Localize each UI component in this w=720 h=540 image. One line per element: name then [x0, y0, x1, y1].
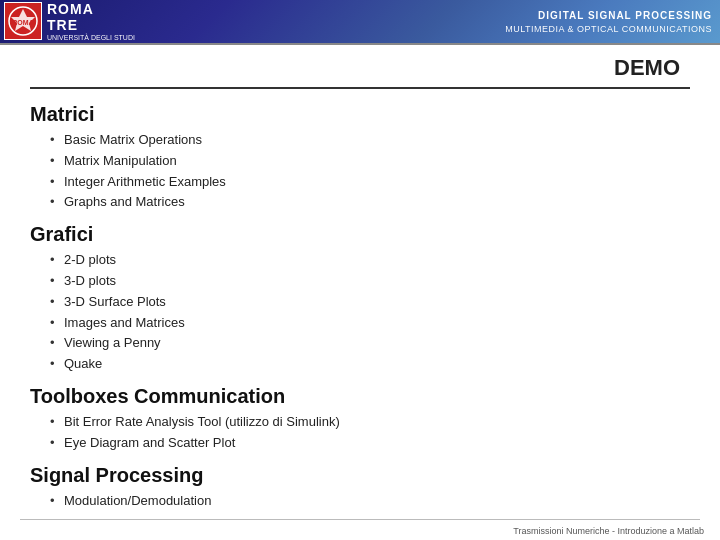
logo-tre: TRE: [47, 17, 135, 34]
logo-emblem: ROMA: [4, 2, 42, 40]
list-item: 3-D plots: [50, 271, 690, 292]
list-item: 2-D plots: [50, 250, 690, 271]
dsp-line2: MULTIMEDIA & OPTICAL COMMUNICATIONS: [505, 22, 712, 35]
list-item: Images and Matrices: [50, 313, 690, 334]
dsp-line1: DIGITAL SIGNAL PROCESSING: [505, 8, 712, 22]
footer-text: Trasmissioni Numeriche - Introduzione a …: [513, 526, 704, 536]
section-title-signal: Signal Processing: [30, 464, 690, 487]
list-item: Graphs and Matrices: [50, 192, 690, 213]
list-item: Integer Arithmetic Examples: [50, 172, 690, 193]
list-item: Basic Matrix Operations: [50, 130, 690, 151]
bullet-list-matrici: Basic Matrix OperationsMatrix Manipulati…: [30, 130, 690, 213]
section-grafici: Grafici2-D plots3-D plots3-D Surface Plo…: [30, 223, 690, 375]
section-title-grafici: Grafici: [30, 223, 690, 246]
svg-text:ROMA: ROMA: [12, 19, 33, 26]
list-item: Modulation/Demodulation: [50, 491, 690, 512]
list-item: 3-D Surface Plots: [50, 292, 690, 313]
section-title-matrici: Matrici: [30, 103, 690, 126]
logo-subtitle: UNIVERSITÀ DEGLI STUDI: [47, 34, 135, 42]
bullet-list-grafici: 2-D plots3-D plots3-D Surface PlotsImage…: [30, 250, 690, 375]
header-logo: ROMA ROMA TRE UNIVERSITÀ DEGLI STUDI: [0, 1, 135, 43]
section-toolboxes: Toolboxes CommunicationBit Error Rate An…: [30, 385, 690, 454]
footer-divider: [20, 519, 700, 520]
logo-text: ROMA TRE UNIVERSITÀ DEGLI STUDI: [47, 1, 135, 43]
header-right: DIGITAL SIGNAL PROCESSING MULTIMEDIA & O…: [505, 8, 712, 35]
list-item: Eye Diagram and Scatter Plot: [50, 433, 690, 454]
list-item: Quake: [50, 354, 690, 375]
sections-container: MatriciBasic Matrix OperationsMatrix Man…: [30, 103, 690, 511]
bullet-list-signal: Modulation/Demodulation: [30, 491, 690, 512]
title-underline: [30, 87, 690, 89]
main-content: DEMO MatriciBasic Matrix OperationsMatri…: [0, 45, 720, 529]
bullet-list-toolboxes: Bit Error Rate Analysis Tool (utilizzo d…: [30, 412, 690, 454]
header: ROMA ROMA TRE UNIVERSITÀ DEGLI STUDI DIG…: [0, 0, 720, 43]
section-signal: Signal ProcessingModulation/Demodulation: [30, 464, 690, 512]
section-matrici: MatriciBasic Matrix OperationsMatrix Man…: [30, 103, 690, 213]
section-title-toolboxes: Toolboxes Communication: [30, 385, 690, 408]
list-item: Bit Error Rate Analysis Tool (utilizzo d…: [50, 412, 690, 433]
list-item: Matrix Manipulation: [50, 151, 690, 172]
demo-title: DEMO: [30, 55, 690, 81]
logo-roma: ROMA: [47, 1, 135, 18]
list-item: Viewing a Penny: [50, 333, 690, 354]
